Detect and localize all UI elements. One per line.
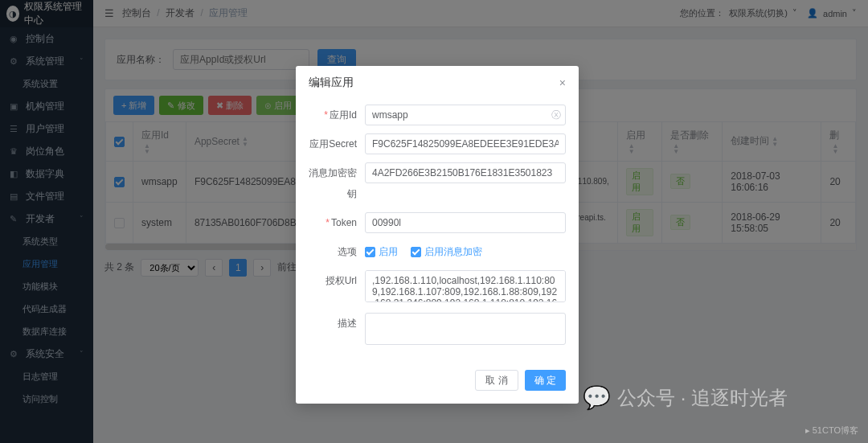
- close-icon[interactable]: ×: [559, 76, 566, 89]
- ok-button[interactable]: 确 定: [525, 370, 566, 391]
- desc-textarea[interactable]: [365, 313, 566, 345]
- wechat-watermark: 💬 公众号 · 追逐时光者: [583, 384, 788, 411]
- authurl-label: 授权Url: [326, 275, 357, 286]
- secret-label: 应用Secret: [309, 138, 357, 150]
- cancel-button[interactable]: 取 消: [475, 370, 518, 391]
- authurl-textarea[interactable]: ,192.168.1.110,localhost,192.168.1.110:8…: [365, 270, 566, 302]
- token-label: Token: [331, 217, 357, 228]
- encrypt-checkbox[interactable]: 启用消息加密: [411, 241, 482, 262]
- edit-app-modal: 编辑应用 × *应用Id ⓧ 应用Secret 消息加密密钥 *Token 选项…: [296, 66, 579, 404]
- clear-icon[interactable]: ⓧ: [551, 109, 561, 122]
- secret-input[interactable]: [365, 133, 566, 154]
- enable-checkbox[interactable]: 启用: [365, 241, 398, 262]
- wechat-icon: 💬: [583, 384, 611, 411]
- enckey-input[interactable]: [365, 162, 566, 183]
- appid-input[interactable]: [365, 105, 566, 125]
- footer-watermark: ▸ 51CTO博客: [805, 425, 858, 437]
- opts-label: 选项: [338, 246, 357, 257]
- appid-label: 应用Id: [330, 109, 357, 121]
- token-input[interactable]: [365, 212, 566, 233]
- modal-title: 编辑应用: [309, 76, 354, 90]
- desc-label: 描述: [338, 318, 357, 329]
- enckey-label: 消息加密密钥: [309, 167, 357, 199]
